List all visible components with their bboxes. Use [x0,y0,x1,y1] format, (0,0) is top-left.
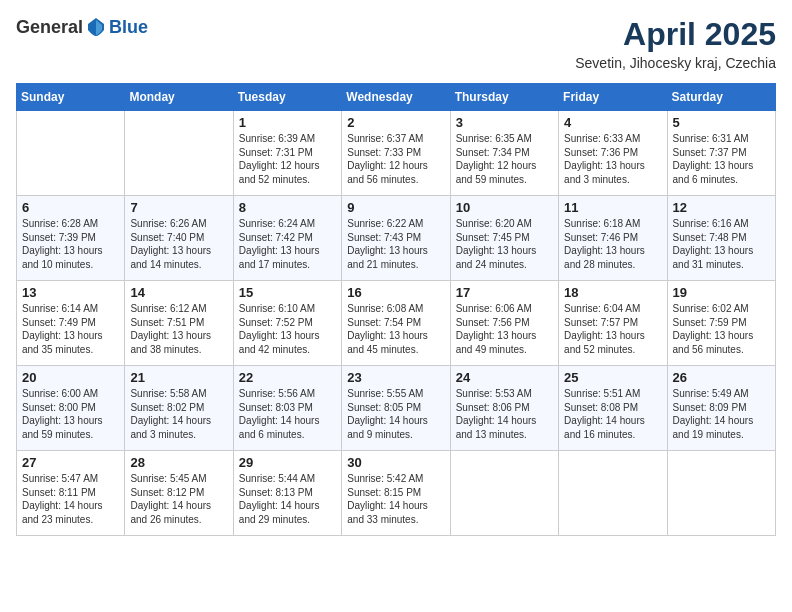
cell-details: Sunrise: 6:35 AM Sunset: 7:34 PM Dayligh… [456,132,553,186]
calendar-cell: 10Sunrise: 6:20 AM Sunset: 7:45 PM Dayli… [450,196,558,281]
day-number: 29 [239,455,336,470]
day-number: 11 [564,200,661,215]
cell-details: Sunrise: 5:55 AM Sunset: 8:05 PM Dayligh… [347,387,444,441]
cell-details: Sunrise: 6:02 AM Sunset: 7:59 PM Dayligh… [673,302,770,356]
calendar-cell [17,111,125,196]
calendar-cell: 17Sunrise: 6:06 AM Sunset: 7:56 PM Dayli… [450,281,558,366]
calendar-cell: 12Sunrise: 6:16 AM Sunset: 7:48 PM Dayli… [667,196,775,281]
cell-details: Sunrise: 6:24 AM Sunset: 7:42 PM Dayligh… [239,217,336,271]
calendar-cell: 16Sunrise: 6:08 AM Sunset: 7:54 PM Dayli… [342,281,450,366]
cell-details: Sunrise: 6:08 AM Sunset: 7:54 PM Dayligh… [347,302,444,356]
calendar-cell: 30Sunrise: 5:42 AM Sunset: 8:15 PM Dayli… [342,451,450,536]
calendar-cell: 15Sunrise: 6:10 AM Sunset: 7:52 PM Dayli… [233,281,341,366]
cell-details: Sunrise: 6:16 AM Sunset: 7:48 PM Dayligh… [673,217,770,271]
day-number: 12 [673,200,770,215]
day-number: 9 [347,200,444,215]
calendar-cell: 14Sunrise: 6:12 AM Sunset: 7:51 PM Dayli… [125,281,233,366]
logo: General Blue [16,16,148,38]
day-number: 19 [673,285,770,300]
calendar-cell: 25Sunrise: 5:51 AM Sunset: 8:08 PM Dayli… [559,366,667,451]
cell-details: Sunrise: 5:42 AM Sunset: 8:15 PM Dayligh… [347,472,444,526]
calendar-cell: 9Sunrise: 6:22 AM Sunset: 7:43 PM Daylig… [342,196,450,281]
calendar-cell: 6Sunrise: 6:28 AM Sunset: 7:39 PM Daylig… [17,196,125,281]
location-subtitle: Sevetin, Jihocesky kraj, Czechia [575,55,776,71]
calendar-cell: 2Sunrise: 6:37 AM Sunset: 7:33 PM Daylig… [342,111,450,196]
calendar-cell: 4Sunrise: 6:33 AM Sunset: 7:36 PM Daylig… [559,111,667,196]
calendar-cell [450,451,558,536]
cell-details: Sunrise: 6:06 AM Sunset: 7:56 PM Dayligh… [456,302,553,356]
cell-details: Sunrise: 6:00 AM Sunset: 8:00 PM Dayligh… [22,387,119,441]
calendar-cell: 11Sunrise: 6:18 AM Sunset: 7:46 PM Dayli… [559,196,667,281]
day-number: 7 [130,200,227,215]
calendar-week-row: 20Sunrise: 6:00 AM Sunset: 8:00 PM Dayli… [17,366,776,451]
day-number: 21 [130,370,227,385]
calendar-week-row: 13Sunrise: 6:14 AM Sunset: 7:49 PM Dayli… [17,281,776,366]
day-number: 20 [22,370,119,385]
day-number: 3 [456,115,553,130]
calendar-cell: 27Sunrise: 5:47 AM Sunset: 8:11 PM Dayli… [17,451,125,536]
calendar-table: SundayMondayTuesdayWednesdayThursdayFrid… [16,83,776,536]
day-number: 5 [673,115,770,130]
day-number: 6 [22,200,119,215]
column-header-monday: Monday [125,84,233,111]
cell-details: Sunrise: 6:14 AM Sunset: 7:49 PM Dayligh… [22,302,119,356]
column-header-saturday: Saturday [667,84,775,111]
calendar-cell [125,111,233,196]
logo-text: General Blue [16,16,148,38]
day-number: 4 [564,115,661,130]
calendar-header-row: SundayMondayTuesdayWednesdayThursdayFrid… [17,84,776,111]
calendar-cell: 19Sunrise: 6:02 AM Sunset: 7:59 PM Dayli… [667,281,775,366]
calendar-week-row: 1Sunrise: 6:39 AM Sunset: 7:31 PM Daylig… [17,111,776,196]
calendar-cell: 5Sunrise: 6:31 AM Sunset: 7:37 PM Daylig… [667,111,775,196]
cell-details: Sunrise: 6:04 AM Sunset: 7:57 PM Dayligh… [564,302,661,356]
day-number: 26 [673,370,770,385]
day-number: 25 [564,370,661,385]
month-title: April 2025 [575,16,776,53]
calendar-cell: 29Sunrise: 5:44 AM Sunset: 8:13 PM Dayli… [233,451,341,536]
calendar-cell: 21Sunrise: 5:58 AM Sunset: 8:02 PM Dayli… [125,366,233,451]
cell-details: Sunrise: 6:26 AM Sunset: 7:40 PM Dayligh… [130,217,227,271]
day-number: 30 [347,455,444,470]
calendar-cell: 24Sunrise: 5:53 AM Sunset: 8:06 PM Dayli… [450,366,558,451]
header: General Blue April 2025 Sevetin, Jihoces… [16,16,776,71]
title-area: April 2025 Sevetin, Jihocesky kraj, Czec… [575,16,776,71]
cell-details: Sunrise: 6:20 AM Sunset: 7:45 PM Dayligh… [456,217,553,271]
day-number: 22 [239,370,336,385]
cell-details: Sunrise: 5:51 AM Sunset: 8:08 PM Dayligh… [564,387,661,441]
logo-blue: Blue [109,17,148,38]
cell-details: Sunrise: 6:31 AM Sunset: 7:37 PM Dayligh… [673,132,770,186]
day-number: 27 [22,455,119,470]
column-header-tuesday: Tuesday [233,84,341,111]
cell-details: Sunrise: 6:22 AM Sunset: 7:43 PM Dayligh… [347,217,444,271]
day-number: 24 [456,370,553,385]
column-header-friday: Friday [559,84,667,111]
calendar-cell: 18Sunrise: 6:04 AM Sunset: 7:57 PM Dayli… [559,281,667,366]
calendar-cell: 8Sunrise: 6:24 AM Sunset: 7:42 PM Daylig… [233,196,341,281]
cell-details: Sunrise: 6:12 AM Sunset: 7:51 PM Dayligh… [130,302,227,356]
cell-details: Sunrise: 5:49 AM Sunset: 8:09 PM Dayligh… [673,387,770,441]
cell-details: Sunrise: 5:47 AM Sunset: 8:11 PM Dayligh… [22,472,119,526]
logo-general: General [16,17,83,38]
cell-details: Sunrise: 5:45 AM Sunset: 8:12 PM Dayligh… [130,472,227,526]
day-number: 17 [456,285,553,300]
cell-details: Sunrise: 6:37 AM Sunset: 7:33 PM Dayligh… [347,132,444,186]
column-header-wednesday: Wednesday [342,84,450,111]
calendar-week-row: 27Sunrise: 5:47 AM Sunset: 8:11 PM Dayli… [17,451,776,536]
calendar-cell: 26Sunrise: 5:49 AM Sunset: 8:09 PM Dayli… [667,366,775,451]
day-number: 15 [239,285,336,300]
calendar-cell: 20Sunrise: 6:00 AM Sunset: 8:00 PM Dayli… [17,366,125,451]
calendar-cell: 3Sunrise: 6:35 AM Sunset: 7:34 PM Daylig… [450,111,558,196]
calendar-cell: 23Sunrise: 5:55 AM Sunset: 8:05 PM Dayli… [342,366,450,451]
day-number: 14 [130,285,227,300]
day-number: 10 [456,200,553,215]
cell-details: Sunrise: 5:44 AM Sunset: 8:13 PM Dayligh… [239,472,336,526]
calendar-cell: 22Sunrise: 5:56 AM Sunset: 8:03 PM Dayli… [233,366,341,451]
calendar-cell: 13Sunrise: 6:14 AM Sunset: 7:49 PM Dayli… [17,281,125,366]
calendar-cell: 7Sunrise: 6:26 AM Sunset: 7:40 PM Daylig… [125,196,233,281]
cell-details: Sunrise: 5:58 AM Sunset: 8:02 PM Dayligh… [130,387,227,441]
calendar-cell [667,451,775,536]
logo-icon [85,16,107,38]
day-number: 1 [239,115,336,130]
calendar-cell: 28Sunrise: 5:45 AM Sunset: 8:12 PM Dayli… [125,451,233,536]
cell-details: Sunrise: 6:39 AM Sunset: 7:31 PM Dayligh… [239,132,336,186]
